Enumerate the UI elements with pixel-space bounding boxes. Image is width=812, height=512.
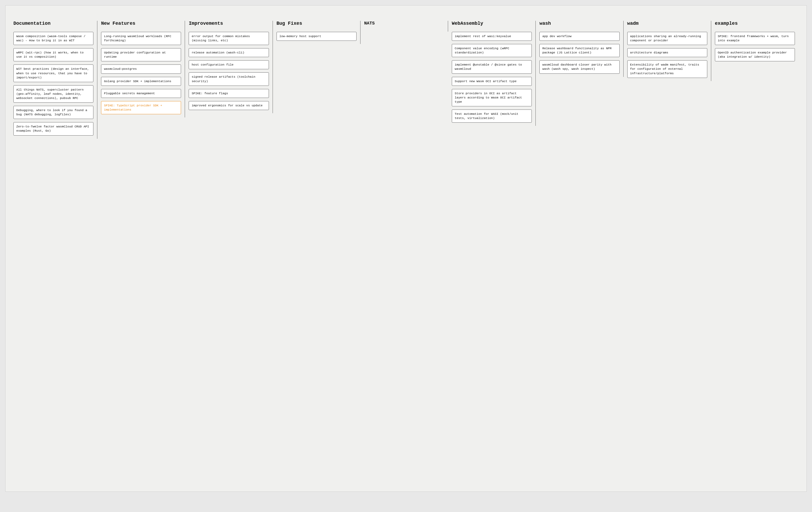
card-nf5: Pluggable secrets management: [101, 89, 181, 98]
card-ex2: OpenID authentication example provider (…: [715, 48, 795, 61]
card-wdm1: applications sharing an already-running …: [627, 32, 707, 45]
card-doc2: wRPC (wit-rpc) (how it works, when to us…: [13, 48, 93, 61]
card-doc6: Zero-to-Twelve factor wasmCloud CRUD API…: [13, 122, 93, 135]
col-header-examples: examples: [715, 21, 795, 28]
column-bug-fixes: Bug Fixeslow-memory host support: [273, 21, 360, 44]
card-imp5: SPIKE: feature flags: [188, 89, 269, 98]
column-wash: washapp dev workflowRelease washboard fu…: [536, 21, 624, 77]
card-doc3: WIT best practices (design an interface,…: [13, 64, 93, 82]
card-nf1: Long-running wasmCloud workloads (RFC fo…: [101, 32, 181, 45]
col-header-wash: wash: [540, 21, 619, 28]
board-wrapper: DocumentationWasm composition (wasm-tool…: [13, 21, 799, 139]
column-improvements: Improvementserror output for common mist…: [185, 21, 272, 113]
card-ex1: SPIKE: frontend frameworks + wasm, turn …: [715, 32, 795, 45]
card-nf3: wasmcloud:postgres: [101, 64, 181, 74]
column-documentation: DocumentationWasm composition (wasm-tool…: [13, 21, 97, 139]
card-nf6: SPIKE: TypeScript provider SDK + impleme…: [101, 101, 181, 114]
card-doc1: Wasm composition (wasm-tools compose / w…: [13, 32, 93, 45]
col-header-improvements: Improvements: [188, 21, 269, 28]
column-nats: NATS: [360, 21, 448, 32]
card-wa1: implement rest of wasi:keyvalue: [452, 32, 532, 41]
card-imp6: improved ergonomics for scale vs update: [188, 101, 269, 110]
card-wdm3: Extensibility of wadm manifest, traits f…: [627, 60, 707, 78]
whiteboard-page: DocumentationWasm composition (wasm-tool…: [5, 5, 807, 492]
col-header-new-features: New Features: [101, 21, 181, 28]
column-examples: examplesSPIKE: frontend frameworks + was…: [711, 21, 799, 64]
card-wa3: implement @unstable / @since gates to wa…: [452, 60, 532, 74]
card-wa5: Store providers in OCI as artifact layer…: [452, 89, 532, 106]
card-doc5: Debugging, where to look if you found a …: [13, 106, 93, 119]
card-imp2: release automation (wash-cli): [188, 48, 269, 57]
card-ws3: wasmCloud dashboard closer parity with w…: [540, 60, 619, 74]
card-doc4: All things NATS, supercluster pattern (g…: [13, 85, 93, 103]
col-header-bug-fixes: Bug Fixes: [277, 21, 356, 28]
kanban-board: DocumentationWasm composition (wasm-tool…: [13, 21, 799, 139]
card-nf2: Updating provider configuration at runti…: [101, 48, 181, 61]
card-wdm2: architecture diagrams: [627, 48, 707, 57]
card-wa4: Support new Wasm OCI artifact type: [452, 77, 532, 86]
card-ws1: app dev workflow: [540, 32, 619, 41]
card-bf1: low-memory host support: [277, 32, 356, 41]
card-nf4: Golang provider SDK + implementations: [101, 77, 181, 86]
col-header-documentation: Documentation: [13, 21, 93, 28]
column-webassembly: WebAssemblyimplement rest of wasi:keyval…: [448, 21, 536, 126]
card-imp1: error output for common mistakes (missin…: [188, 32, 269, 45]
col-header-webassembly: WebAssembly: [452, 21, 532, 28]
card-wa2: Component value encoding (wRPC standardi…: [452, 44, 532, 57]
column-wadm: wadmapplications sharing an already-runn…: [624, 21, 711, 81]
col-header-wadm: wadm: [627, 21, 707, 28]
card-imp3: host configuration file: [188, 60, 269, 69]
card-wa6: Test automation for WASI (mock/unit test…: [452, 110, 532, 123]
card-imp4: signed release artifacts (toolchain secu…: [188, 73, 269, 86]
card-ws2: Release washboard functionality as NPM p…: [540, 44, 619, 57]
col-header-nats: NATS: [364, 21, 444, 27]
column-new-features: New FeaturesLong-running wasmCloud workl…: [97, 21, 185, 117]
